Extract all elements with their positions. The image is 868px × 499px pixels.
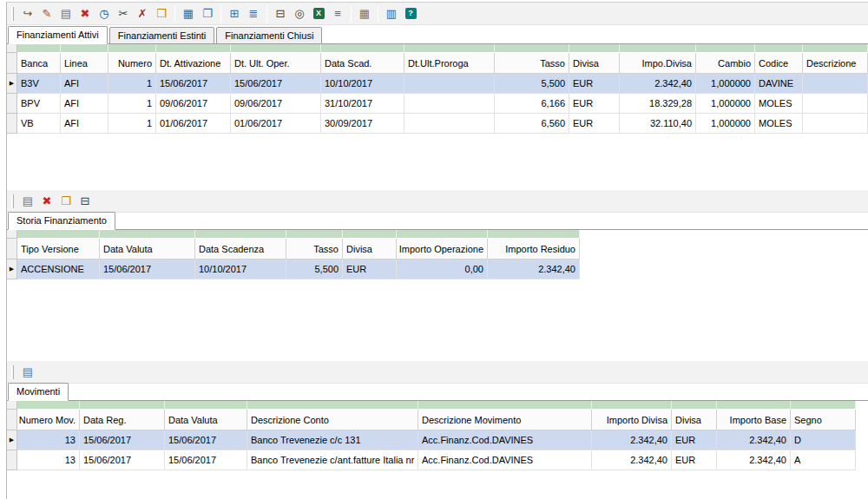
table-row[interactable]: ▶1315/06/201715/06/2017Banco Trevenezie … — [7, 430, 856, 450]
delete-button[interactable]: ✖ — [76, 4, 95, 23]
open-button[interactable]: ↪ — [18, 4, 37, 23]
print-icon: ⊟ — [81, 195, 90, 207]
cell: 10/10/2017 — [195, 259, 286, 279]
cell: 15/06/2017 — [231, 74, 321, 94]
cell: 31/10/2017 — [321, 94, 404, 114]
table-row[interactable]: BPVAFI109/06/201709/06/201731/10/20176,1… — [7, 94, 868, 114]
column-header[interactable]: Importo Residuo — [488, 239, 580, 259]
tab-finanziamenti-attivi[interactable]: Finanziamenti Attivi — [8, 26, 108, 44]
column-header[interactable]: Banca — [17, 53, 61, 74]
new-button[interactable]: ❒ — [56, 192, 76, 211]
cell: MOLES — [755, 114, 803, 134]
clear-button[interactable]: ✗ — [133, 4, 152, 23]
help-button[interactable]: ? — [401, 4, 420, 23]
totals-button[interactable]: ▦ — [355, 4, 374, 23]
loans-grid: BancaLineaNumeroDt. AttivazioneDt. Ult. … — [7, 44, 868, 186]
column-header[interactable]: Dt. Ult. Oper. — [231, 53, 321, 74]
column-header[interactable]: Importo Operazione — [397, 239, 488, 259]
column-header[interactable]: Importo Divisa — [592, 410, 672, 430]
table-row[interactable]: 1315/06/201715/06/2017Banco Trevenezie c… — [7, 450, 856, 470]
column-header[interactable]: Codice — [755, 53, 803, 74]
tab-storia-finanziamento[interactable]: Storia Finanziamento — [8, 212, 115, 230]
toolbar-grip[interactable] — [11, 194, 14, 208]
excel-export-button[interactable]: X — [309, 4, 328, 23]
column-header[interactable]: Cambio — [696, 53, 755, 74]
columns-button[interactable]: ≣ — [244, 4, 263, 23]
cut-button[interactable]: ✂ — [114, 4, 133, 23]
cell: 01/06/2017 — [156, 114, 231, 134]
column-header[interactable]: Tipo Versione — [17, 239, 100, 259]
column-header[interactable]: Divisa — [672, 410, 717, 430]
list-button[interactable]: ≡ — [328, 4, 347, 23]
open-icon: ↪ — [23, 8, 33, 19]
toolbar-separator — [266, 5, 267, 23]
column-header[interactable]: Importo Base — [717, 410, 791, 430]
history-toolbar: ▤✖❒⊟ — [7, 190, 868, 213]
main-toolbar: ↪✎▤✖◷✂✗❒▦❐⊞≣⊟◎X≡▦▥? — [7, 3, 868, 25]
band-cell — [61, 44, 108, 53]
column-header[interactable]: Divisa — [569, 53, 620, 74]
cell: MOLES — [755, 94, 803, 114]
paste-button[interactable]: ❒ — [152, 4, 171, 23]
column-header[interactable]: Tasso — [286, 239, 343, 259]
column-header[interactable]: Descrizione Movimento — [418, 410, 592, 430]
print-button[interactable]: ⊟ — [76, 192, 95, 211]
column-header[interactable]: Dt.Ult.Proroga — [404, 53, 495, 74]
delete-button[interactable]: ✖ — [37, 192, 56, 211]
tab-finanziamenti-chiusi[interactable]: Finanziamenti Chiusi — [216, 27, 322, 44]
toolbar-grip[interactable] — [11, 365, 14, 379]
tab-finanziamenti-estinti[interactable]: Finanziamenti Estinti — [109, 27, 215, 44]
column-header[interactable]: Data Scadenza — [195, 239, 286, 259]
print-button[interactable]: ⊟ — [271, 4, 290, 23]
grid-button[interactable]: ⊞ — [225, 4, 244, 23]
cell: EUR — [672, 450, 717, 470]
header-row: Numero Mov.Data Reg.Data ValutaDescrizio… — [7, 410, 856, 430]
band-cell — [803, 44, 868, 53]
table-row[interactable]: ▶B3VAFI115/06/201715/06/201710/10/20175,… — [7, 74, 868, 94]
cell: EUR — [343, 259, 397, 279]
edit-button[interactable]: ✎ — [37, 4, 56, 23]
grid-icon: ⊞ — [230, 8, 240, 19]
column-header[interactable]: Descrizione — [803, 53, 868, 74]
toolbar-separator — [220, 5, 221, 23]
column-header[interactable]: Data Scad. — [321, 53, 404, 74]
tab-movimenti[interactable]: Movimenti — [8, 383, 69, 401]
print-preview-button[interactable]: ◎ — [290, 4, 309, 23]
history-button[interactable]: ◷ — [95, 4, 114, 23]
toolbar-grip[interactable] — [11, 7, 14, 21]
header-row: BancaLineaNumeroDt. AttivazioneDt. Ult. … — [7, 53, 868, 74]
journal-button[interactable]: ▥ — [382, 4, 401, 23]
column-header[interactable]: Data Reg. — [80, 410, 165, 430]
column-header[interactable]: Tasso — [495, 53, 569, 74]
columns-icon: ≣ — [249, 8, 259, 19]
column-header[interactable]: Divisa — [343, 239, 397, 259]
column-header[interactable]: Dt. Attivazione — [156, 53, 231, 74]
properties-button[interactable]: ▤ — [18, 363, 37, 382]
corner-box — [7, 230, 17, 239]
band-cell — [418, 401, 592, 410]
table-button[interactable]: ▦ — [179, 4, 198, 23]
column-header[interactable]: Impo.Divisa — [620, 53, 696, 74]
column-header[interactable]: Data Valuta — [165, 410, 247, 430]
column-header[interactable]: Numero — [108, 53, 156, 74]
cell — [803, 114, 868, 134]
column-header[interactable]: Linea — [61, 53, 108, 74]
toolbar-separator — [378, 5, 378, 23]
properties-button[interactable]: ▤ — [18, 192, 37, 211]
edit-icon: ✎ — [43, 8, 52, 19]
cell — [803, 74, 868, 94]
column-header[interactable]: Descrizione Conto — [247, 410, 418, 430]
column-header[interactable]: Segno — [791, 410, 856, 430]
copy-button[interactable]: ❐ — [198, 4, 217, 23]
band-cell — [488, 230, 580, 239]
properties-button[interactable]: ▤ — [56, 4, 76, 23]
header-corner — [7, 53, 17, 74]
cell: 15/06/2017 — [80, 430, 165, 450]
cell: Banco Trevenezie c/ant.fatture Italia nr — [247, 450, 418, 470]
cell: 32.110,40 — [620, 114, 696, 134]
table-row[interactable]: ▶ACCENSIONE15/06/201710/10/20175,500EUR0… — [7, 259, 580, 279]
column-header[interactable]: Data Valuta — [100, 239, 195, 259]
table-row[interactable]: VBAFI101/06/201701/06/201730/09/20176,56… — [7, 114, 868, 134]
column-header[interactable]: Numero Mov. — [17, 410, 80, 430]
band-cell — [286, 230, 343, 239]
